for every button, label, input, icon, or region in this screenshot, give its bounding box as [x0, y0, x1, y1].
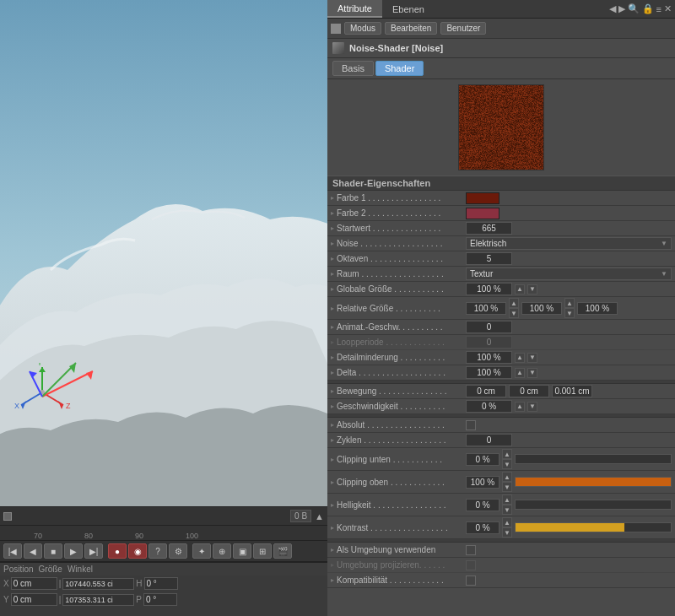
spinner-up[interactable]: ▲ — [515, 284, 525, 294]
progress-bar[interactable] — [515, 477, 672, 487]
prop-value: ▲▼ — [466, 449, 672, 469]
sp-dn[interactable]: ▼ — [502, 459, 512, 469]
btn-play-fwd[interactable]: ▶ — [64, 543, 83, 559]
checkbox[interactable] — [466, 420, 476, 430]
tab-attribute[interactable]: Attribute — [327, 0, 382, 18]
lock-icon[interactable]: 🔒 — [642, 3, 654, 14]
nav-right-icon[interactable]: ▶ — [618, 3, 625, 14]
prop-value — [466, 434, 672, 446]
sp-dn[interactable]: ▼ — [509, 308, 519, 318]
x-pos-field[interactable] — [11, 577, 57, 590]
prop-label: Globale Größe . . . . . . . . . . . — [331, 284, 466, 294]
dropdown[interactable]: Elektrisch▼ — [466, 237, 672, 250]
spinner-up[interactable]: ▲ — [515, 402, 525, 412]
p-field[interactable] — [143, 593, 177, 606]
btn-motion[interactable]: ✦ — [192, 543, 211, 559]
cm-field-2[interactable] — [552, 385, 592, 397]
btn-go-start[interactable]: |◀ — [3, 543, 22, 559]
checkbox[interactable] — [466, 545, 476, 555]
nav-left-icon[interactable]: ◀ — [609, 3, 616, 14]
btn-go-end[interactable]: ▶| — [84, 543, 103, 559]
sp-up[interactable]: ▲ — [502, 494, 512, 505]
progress-number[interactable] — [466, 521, 500, 534]
checkbox[interactable] — [466, 560, 476, 570]
sp-up[interactable]: ▲ — [502, 517, 512, 527]
prop-label: Clipping unten . . . . . . . . . . . — [331, 455, 466, 464]
number-field[interactable] — [466, 222, 512, 235]
y-size-field[interactable] — [62, 594, 134, 606]
btn-ik[interactable]: ⊕ — [213, 543, 231, 559]
number-field[interactable] — [466, 434, 512, 446]
progress-number[interactable] — [466, 453, 500, 466]
sp-up[interactable]: ▲ — [509, 298, 519, 308]
btn-render[interactable]: ▣ — [233, 543, 251, 559]
number-field[interactable] — [466, 321, 512, 333]
number-field[interactable] — [466, 336, 512, 349]
bearbeiten-btn[interactable]: Bearbeiten — [385, 22, 437, 35]
prop-value — [466, 252, 672, 265]
sp-dn[interactable]: ▼ — [502, 527, 512, 538]
multi-field-1[interactable] — [521, 302, 562, 315]
sp-dn[interactable]: ▼ — [502, 505, 512, 515]
timeline-expand[interactable]: ▲ — [315, 511, 324, 521]
progress-bar[interactable] — [515, 500, 672, 510]
btn-snap[interactable]: ⊞ — [253, 543, 272, 559]
y-pos-field[interactable] — [11, 593, 57, 606]
prop-row: Clipping unten . . . . . . . . . . .▲▼ — [327, 448, 675, 471]
spinner-down[interactable]: ▼ — [527, 368, 537, 378]
color-swatch[interactable] — [466, 192, 500, 204]
prop-label: Als Umgebung verwenden — [331, 545, 466, 554]
search-icon[interactable]: 🔍 — [628, 3, 640, 14]
sub-tab-shader[interactable]: Shader — [375, 61, 424, 76]
multi-field-0[interactable] — [466, 302, 506, 315]
color-swatch[interactable] — [466, 208, 500, 219]
position-label: Position — [3, 565, 34, 574]
number-field[interactable] — [466, 351, 512, 364]
number-field[interactable] — [466, 252, 512, 265]
x-size-field[interactable] — [62, 578, 134, 590]
progress-number[interactable] — [466, 476, 500, 489]
sp-up[interactable]: ▲ — [502, 449, 512, 459]
btn-settings[interactable]: ⚙ — [169, 543, 187, 559]
more-icon[interactable]: ≡ — [656, 4, 662, 14]
spinner-down[interactable]: ▼ — [527, 402, 537, 412]
h-field[interactable] — [144, 577, 178, 590]
btn-info[interactable]: ? — [148, 543, 167, 559]
spinner-down[interactable]: ▼ — [527, 284, 537, 294]
number-field[interactable] — [466, 400, 512, 413]
cm-field-1[interactable] — [509, 385, 549, 397]
modus-btn[interactable]: Modus — [344, 22, 381, 35]
dropdown[interactable]: Textur▼ — [466, 267, 672, 280]
prop-value — [466, 321, 672, 333]
progress-bar[interactable] — [515, 522, 672, 532]
sp-dn[interactable]: ▼ — [564, 308, 575, 318]
btn-stop[interactable]: ■ — [44, 543, 62, 559]
close-icon[interactable]: ✕ — [664, 3, 672, 14]
progress-number[interactable] — [466, 499, 500, 511]
spinner-down[interactable]: ▼ — [527, 353, 537, 363]
btn-autokey[interactable]: ◉ — [128, 543, 147, 559]
prop-label: Oktaven . . . . . . . . . . . . . . . . — [331, 254, 466, 263]
btn-play-back[interactable]: ◀ — [24, 543, 42, 559]
spinner-up[interactable]: ▲ — [515, 353, 525, 363]
sp-dn[interactable]: ▼ — [502, 482, 512, 492]
btn-film[interactable]: 🎬 — [273, 543, 292, 559]
multi-field-2[interactable] — [577, 302, 618, 315]
number-field[interactable] — [466, 366, 512, 379]
timeline-ruler: 70 80 90 100 — [0, 526, 327, 541]
sp-up[interactable]: ▲ — [564, 298, 575, 308]
cm-field-0[interactable] — [466, 385, 506, 397]
progress-bar[interactable] — [515, 454, 672, 464]
viewport-3d[interactable]: Z X Y — [0, 0, 327, 506]
btn-record[interactable]: ● — [108, 543, 127, 559]
sub-tab-basis[interactable]: Basis — [332, 61, 374, 76]
timeline-icon1 — [3, 512, 12, 521]
sp-up[interactable]: ▲ — [502, 472, 512, 482]
spinner-up[interactable]: ▲ — [515, 368, 525, 378]
benutzer-btn[interactable]: Benutzer — [440, 22, 486, 35]
prop-label: Kompatibilität . . . . . . . . . . . . — [331, 575, 466, 585]
tab-ebenen[interactable]: Ebenen — [382, 0, 435, 18]
number-field[interactable] — [466, 283, 512, 295]
prop-row: Delta . . . . . . . . . . . . . . . . . … — [327, 365, 675, 381]
checkbox[interactable] — [466, 575, 476, 586]
